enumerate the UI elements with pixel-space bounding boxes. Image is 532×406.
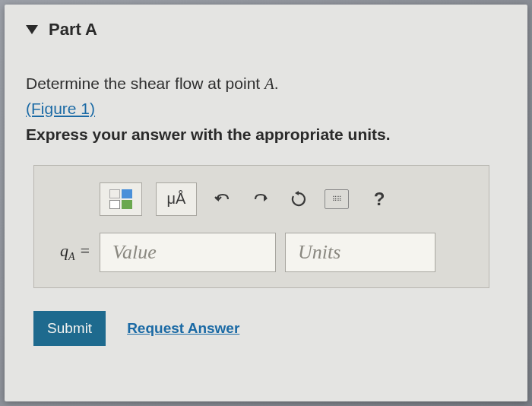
undo-button[interactable] — [211, 187, 235, 211]
reset-button[interactable] — [287, 187, 311, 211]
question-panel: Part A Determine the shear flow at point… — [5, 5, 527, 401]
equation-toolbar: μÅ ⠿⠿ ? — [100, 182, 472, 216]
value-placeholder: Value — [112, 241, 157, 264]
help-label: ? — [374, 189, 385, 210]
keyboard-button[interactable]: ⠿⠿ — [325, 187, 349, 211]
reset-icon — [290, 191, 307, 208]
answer-box: μÅ ⠿⠿ ? qA = Value — [33, 165, 489, 288]
figure-link[interactable]: (Figure 1) — [26, 100, 95, 118]
svg-marker-2 — [295, 191, 299, 195]
question-prompt: Determine the shear flow at point A. — [26, 71, 506, 97]
units-placeholder: Units — [298, 241, 340, 264]
value-input[interactable]: Value — [100, 233, 276, 272]
part-header[interactable]: Part A — [26, 20, 506, 40]
templates-icon — [109, 189, 132, 209]
variable-label: qA = — [51, 241, 90, 263]
redo-button[interactable] — [249, 187, 273, 211]
part-title: Part A — [49, 20, 97, 40]
prompt-before: Determine the shear flow at point — [26, 75, 264, 92]
submit-row: Submit Request Answer — [33, 311, 506, 346]
symbols-button[interactable]: μÅ — [156, 182, 197, 216]
request-answer-link[interactable]: Request Answer — [127, 320, 239, 337]
collapse-icon — [26, 25, 38, 34]
answer-input-row: qA = Value Units — [51, 233, 472, 272]
prompt-point: A — [264, 75, 274, 93]
keyboard-icon: ⠿⠿ — [325, 189, 349, 209]
submit-button[interactable]: Submit — [33, 311, 106, 346]
redo-icon — [252, 192, 269, 206]
instruction-text: Express your answer with the appropriate… — [26, 125, 506, 144]
help-button[interactable]: ? — [367, 187, 391, 211]
symbols-label: μÅ — [167, 190, 186, 208]
prompt-after: . — [274, 75, 279, 92]
templates-button[interactable] — [100, 182, 142, 216]
svg-marker-0 — [215, 195, 219, 201]
units-input[interactable]: Units — [285, 233, 435, 272]
undo-icon — [214, 192, 231, 206]
